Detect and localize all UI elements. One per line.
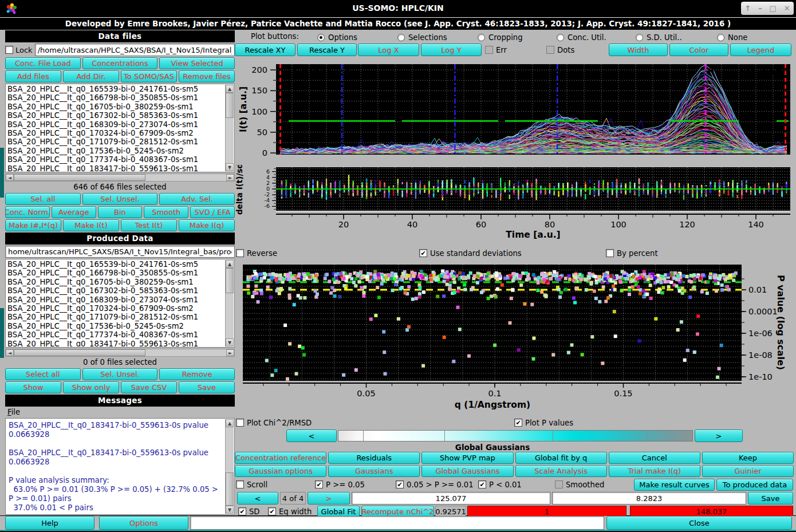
- file-item[interactable]: BSA_20_HPLC__It_q0_170324-bi-0_67909-0s-…: [7, 304, 224, 313]
- residuals-plot[interactable]: 6420-2-4-6delta I(t)/sd20406080100120140…: [235, 165, 796, 239]
- smoothed-checkbox-box[interactable]: [555, 480, 563, 488]
- file-item[interactable]: BSA_20_HPLC__It_q0_171079-bi-0_281512-0s…: [7, 137, 224, 146]
- reverse-checkbox-box[interactable]: [236, 249, 244, 257]
- save-button[interactable]: Save: [179, 381, 235, 393]
- p-mid-checkbox-box[interactable]: ✔: [396, 480, 404, 488]
- remove-button[interactable]: Remove: [159, 368, 235, 380]
- by-percent-checkbox[interactable]: By percent: [606, 247, 658, 259]
- scroll-right-button[interactable]: ►: [226, 174, 234, 181]
- color-button[interactable]: Color: [669, 44, 728, 56]
- concentrations-button[interactable]: Concentrations: [82, 57, 158, 69]
- scale-analysis-button[interactable]: Scale Analysis: [515, 465, 607, 477]
- file-item[interactable]: BSA_20_HPLC__It_q0_177374-bi-0_408367-0s…: [7, 330, 224, 339]
- data-files-list[interactable]: BSA_20_HPLC__It_q0_165539-bi-0_241761-0s…: [5, 84, 235, 172]
- file-item[interactable]: BSA_20_HPLC__It_q0_166798-bi-0_350855-0s…: [7, 269, 224, 277]
- intensity-vs-time-plot[interactable]: 050100150200I(t) [a.u.]1234Fit startFit …: [235, 60, 796, 165]
- p-lt-001-checkbox[interactable]: ✔ P < 0.01: [478, 479, 522, 490]
- messages-box[interactable]: BSA_20_HPLC__It_q0_183417-bi-0_559613-0s…: [5, 418, 235, 515]
- file-item[interactable]: BSA_20_HPLC__It_q0_167302-bi-0_585363-0s…: [7, 286, 224, 295]
- pager-prev-button[interactable]: <: [286, 429, 337, 442]
- sel-all-button[interactable]: Sel. all: [5, 193, 81, 205]
- file-item[interactable]: BSA_20_HPLC__It_q0_168309-bi-0_273074-0s…: [7, 120, 224, 129]
- help-button[interactable]: Help: [5, 516, 94, 530]
- close-button[interactable]: Close: [606, 516, 792, 530]
- gaussian-next-button[interactable]: >: [308, 492, 350, 505]
- messages-vertical-scrollbar[interactable]: ▲ ▼: [225, 419, 234, 514]
- show-only-button[interactable]: Show only: [63, 381, 119, 393]
- produced-data-vertical-scrollbar[interactable]: ▲ ▼: [225, 260, 234, 346]
- pager-next-button[interactable]: >: [695, 429, 743, 442]
- use-standard-deviations-checkbox-box[interactable]: ✔: [419, 249, 427, 257]
- save-gaussians-button[interactable]: Save: [748, 492, 793, 505]
- err-checkbox[interactable]: Err: [485, 44, 507, 56]
- keep-button[interactable]: Keep: [702, 452, 794, 464]
- global-fit-by-q-button[interactable]: Global fit by q: [515, 452, 607, 464]
- concentration-reference-button[interactable]: Concentration reference: [235, 452, 326, 464]
- shade-window-button[interactable]: ↑: [744, 5, 751, 12]
- data-files-path-input[interactable]: [35, 44, 235, 56]
- file-item[interactable]: BSA_20_HPLC__It_q0_165539-bi-0_241761-0s…: [7, 85, 224, 93]
- conc-norm-button[interactable]: Conc. Norm.: [5, 206, 50, 218]
- remove-files-button[interactable]: Remove files: [179, 70, 235, 82]
- legend-button[interactable]: Legend: [730, 44, 791, 56]
- dots-checkbox[interactable]: Dots: [546, 44, 574, 56]
- plot-mode-radio-none[interactable]: None: [717, 31, 747, 43]
- vertical-scrollbar-thumb[interactable]: [226, 268, 234, 293]
- p-ge-005-checkbox-box[interactable]: ✔: [315, 480, 323, 488]
- scroll-right-button[interactable]: ►: [226, 349, 234, 356]
- use-standard-deviations-checkbox[interactable]: ✔ Use standard deviations: [419, 247, 522, 259]
- file-item[interactable]: BSA_20_HPLC__It_q0_165539-bi-0_241761-0s…: [7, 260, 224, 269]
- close-window-button[interactable]: ✕: [784, 5, 790, 12]
- show-button[interactable]: Show: [5, 381, 61, 393]
- plot-mode-radio-cropping[interactable]: Cropping: [478, 31, 523, 43]
- sel-unsel-button[interactable]: Sel. Unsel.: [82, 368, 158, 380]
- by-percent-checkbox-box[interactable]: [606, 249, 614, 257]
- plot-mode-radio-conc-util[interactable]: Conc. Util.: [557, 31, 606, 43]
- produced-data-path-input[interactable]: [5, 246, 235, 258]
- plot-p-values-checkbox-box[interactable]: ✔: [514, 419, 522, 427]
- trial-make-i-q-button[interactable]: Trial make I(q): [609, 465, 700, 477]
- produced-data-list[interactable]: BSA_20_HPLC__It_q0_165539-bi-0_241761-0s…: [5, 259, 235, 348]
- scroll-down-button[interactable]: ▼: [226, 506, 234, 514]
- sd-checkbox-box[interactable]: ✔: [238, 507, 246, 515]
- file-item[interactable]: BSA_20_HPLC__It_q0_17536-bi-0_5245-0s-sm…: [7, 322, 224, 330]
- make-i-i-q-button[interactable]: Make I#,I*(q): [5, 219, 61, 231]
- scroll-down-button[interactable]: ▼: [226, 163, 234, 171]
- err-checkbox-box[interactable]: [485, 46, 493, 54]
- log-y-button[interactable]: Log Y: [421, 44, 482, 56]
- make-i-q-button[interactable]: Make I(q): [179, 219, 235, 231]
- eq-width-checkbox-box[interactable]: ✔: [268, 507, 276, 515]
- adv-sel-button[interactable]: Adv. Sel.: [159, 193, 235, 205]
- gaussian-options-button[interactable]: Gaussian options: [235, 465, 326, 477]
- options-button[interactable]: Options: [99, 516, 188, 530]
- view-selected-button[interactable]: View Selected: [159, 57, 235, 69]
- scroll-up-button[interactable]: ▲: [226, 419, 234, 427]
- scroll-left-button[interactable]: ◄: [6, 349, 14, 356]
- show-pvp-map-button[interactable]: Show PVP map: [421, 452, 513, 464]
- dots-checkbox-box[interactable]: [546, 46, 554, 54]
- plot-chi2-checkbox-box[interactable]: [236, 419, 244, 427]
- horizontal-scrollbar-thumb[interactable]: [14, 349, 145, 356]
- file-item[interactable]: BSA_20_HPLC__It_q0_16705-bi-0_380259-0s-…: [7, 278, 224, 286]
- data-files-vertical-scrollbar[interactable]: ▲ ▼: [225, 85, 234, 171]
- file-item[interactable]: BSA_20_HPLC__It_q0_171079-bi-0_281512-0s…: [7, 313, 224, 321]
- file-item[interactable]: BSA_20_HPLC__It_q0_168309-bi-0_273074-0s…: [7, 295, 224, 304]
- scroll-down-button[interactable]: ▼: [226, 338, 234, 346]
- gaussian-center-input[interactable]: [352, 492, 550, 505]
- scroll-checkbox[interactable]: Scroll: [236, 479, 267, 490]
- file-item[interactable]: BSA_20_HPLC__It_q0_183417-bi-0_559613-0s…: [7, 164, 224, 171]
- file-item[interactable]: BSA_20_HPLC__It_q0_166798-bi-0_350855-0s…: [7, 93, 224, 102]
- add-files-button[interactable]: Add files: [5, 70, 61, 82]
- to-somo-sas-button[interactable]: To SOMO/SAS: [121, 70, 177, 82]
- smoothed-checkbox[interactable]: Smoothed: [555, 479, 604, 490]
- bin-button[interactable]: Bin: [98, 206, 143, 218]
- make-result-curves-button[interactable]: Make result curves: [634, 479, 715, 491]
- radio-icon[interactable]: [317, 34, 325, 41]
- maximize-window-button[interactable]: □: [770, 5, 777, 12]
- add-dir-button[interactable]: Add Dir.: [63, 70, 119, 82]
- produced-data-horizontal-scrollbar[interactable]: ◄ ►: [5, 349, 235, 357]
- make-i-t-button[interactable]: Make I(t): [63, 219, 119, 231]
- scroll-up-button[interactable]: ▲: [226, 85, 234, 93]
- lock-checkbox[interactable]: [5, 46, 13, 54]
- file-menu[interactable]: File: [5, 408, 235, 417]
